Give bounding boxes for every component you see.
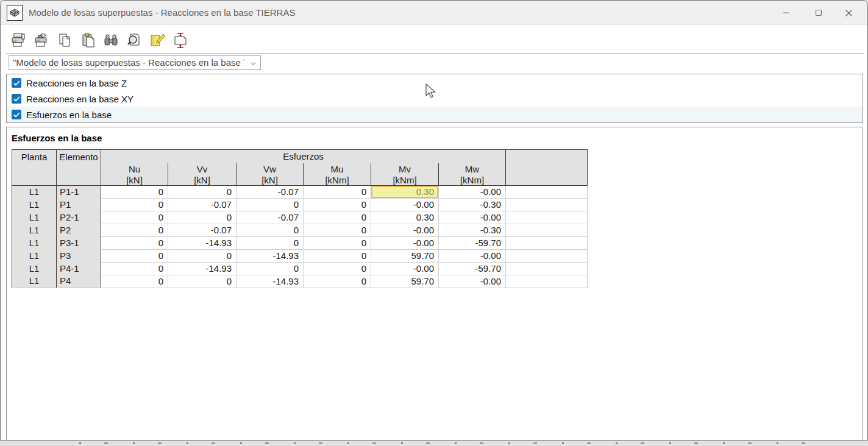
cell-elemento[interactable]: P1-1 [57,185,101,198]
cell-planta[interactable]: L1 [12,262,57,275]
edit-note-icon [149,32,166,49]
cell-empty[interactable] [506,275,588,288]
background-window-strip [0,441,868,446]
cell-planta[interactable]: L1 [12,224,57,236]
cell-planta[interactable]: L1 [12,185,57,198]
cell-value[interactable]: -0.07 [168,224,237,236]
cell-elemento[interactable]: P3 [57,249,101,262]
cell-value[interactable]: -59.70 [439,262,506,275]
cell-value[interactable]: -0.00 [439,185,506,198]
cell-elemento[interactable]: P4-1 [57,262,101,275]
search-button[interactable] [102,30,120,50]
option-label: Reacciones en la base XY [26,94,133,104]
cell-value[interactable]: 0 [101,249,168,262]
cell-empty[interactable] [506,198,588,211]
cell-value[interactable]: 0 [101,198,168,211]
cell-value[interactable]: 0 [304,211,371,224]
cell-value[interactable]: -0.00 [371,198,439,211]
cell-planta[interactable]: L1 [12,236,57,249]
cell-value[interactable]: 0 [168,249,237,262]
cell-value[interactable]: 59.70 [371,249,439,262]
cell-value[interactable]: 0 [101,275,168,288]
edit-note-button[interactable] [148,30,166,50]
cell-value[interactable]: 0 [168,275,237,288]
cell-value[interactable]: 59.70 [371,275,439,288]
cell-empty[interactable] [506,249,588,262]
cell-value[interactable]: -0.07 [237,211,304,224]
cell-value[interactable]: -0.00 [371,262,439,275]
preview-button[interactable] [125,30,143,50]
cell-value[interactable]: 0 [304,262,371,275]
maximize-button[interactable] [805,1,833,25]
cell-value[interactable]: -14.93 [237,275,304,288]
cell-value[interactable]: 0 [304,275,371,288]
cell-elemento[interactable]: P1 [57,198,101,211]
cell-value[interactable]: -0.30 [439,198,506,211]
cell-empty[interactable] [506,262,588,275]
cell-elemento[interactable]: P2-1 [57,211,101,224]
cell-value[interactable]: -14.93 [237,249,304,262]
cell-value[interactable]: -14.93 [168,236,237,249]
cell-value[interactable]: 0 [304,249,371,262]
cell-empty[interactable] [506,224,588,236]
report-selector-combobox[interactable]: "Modelo de losas superpuestas - Reaccion… [9,55,261,70]
checkbox-checked-icon[interactable] [12,94,21,104]
cell-value[interactable]: 0 [237,224,304,236]
option-row-esfuerzos[interactable]: Esfuerzos en la base [7,107,863,122]
cell-value[interactable]: 0 [304,236,371,249]
table-body: L1P1-100-0.0700.30-0.00L1P10-0.0700-0.00… [12,185,588,288]
cell-planta[interactable]: L1 [12,275,57,288]
minimize-icon [783,9,790,16]
cell-value[interactable]: -14.93 [168,262,237,275]
cell-elemento[interactable]: P2 [57,224,101,236]
cell-planta[interactable]: L1 [12,211,57,224]
header-group-esfuerzos: Esfuerzos [101,150,506,163]
cell-value[interactable]: -0.07 [168,198,237,211]
cell-value[interactable]: -0.07 [237,185,304,198]
cell-value[interactable]: 0 [168,211,237,224]
cell-elemento[interactable]: P4 [57,275,101,288]
close-button[interactable] [834,1,863,25]
cell-value[interactable]: -0.30 [439,224,506,236]
copy-button[interactable] [55,30,74,50]
cell-empty[interactable] [506,236,588,249]
checkbox-checked-icon[interactable] [12,78,21,88]
cell-value[interactable]: -0.00 [439,275,506,288]
cell-value[interactable]: 0 [101,211,168,224]
cell-value-highlighted[interactable]: 0.30 [371,185,439,198]
table-row: L1P300-14.93059.70-0.00 [12,249,588,262]
table-row: L1P400-14.93059.70-0.00 [12,275,588,288]
checkbox-checked-icon[interactable] [12,110,21,119]
page-adjust-button[interactable] [171,30,190,50]
cell-value[interactable]: 0 [237,236,304,249]
cell-value[interactable]: -59.70 [439,236,506,249]
cell-value[interactable]: 0 [304,198,371,211]
slab-model-icon [9,7,21,19]
cell-value[interactable]: 0 [101,236,168,249]
background-text-fragments [79,442,829,444]
cell-value[interactable]: -0.00 [371,224,439,236]
header-mv: Mv [371,163,439,175]
cell-value[interactable]: 0 [304,224,371,236]
cell-elemento[interactable]: P3-1 [57,236,101,249]
minimize-button[interactable] [772,1,800,25]
cell-planta[interactable]: L1 [12,249,57,262]
combobox-value: "Modelo de losas superpuestas - Reaccion… [13,56,244,69]
cell-value[interactable]: 0 [304,185,371,198]
cell-value[interactable]: -0.00 [439,249,506,262]
cell-value[interactable]: 0 [101,224,168,236]
cell-empty[interactable] [506,185,588,198]
cell-value[interactable]: 0 [237,262,304,275]
cell-value[interactable]: 0 [237,198,304,211]
cell-value[interactable]: -0.00 [371,236,439,249]
print-config-button[interactable] [32,30,51,50]
paste-button[interactable] [79,30,97,50]
cell-value[interactable]: 0 [101,262,168,275]
cell-value[interactable]: 0 [168,185,237,198]
cell-value[interactable]: 0 [101,185,168,198]
cell-value[interactable]: -0.00 [439,211,506,224]
cell-planta[interactable]: L1 [12,198,57,211]
print-button[interactable] [9,30,27,50]
cell-value[interactable]: 0.30 [371,211,439,224]
cell-empty[interactable] [506,211,588,224]
